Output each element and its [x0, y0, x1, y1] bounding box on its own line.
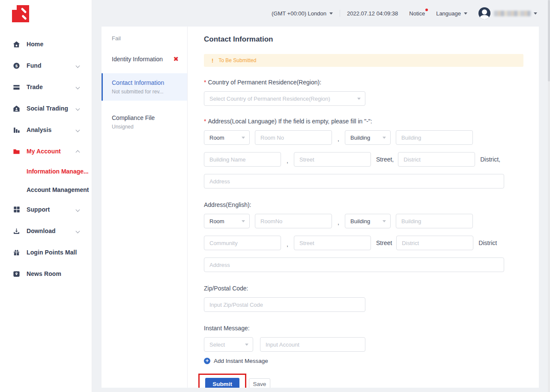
- submit-annotation-box: Submit: [198, 374, 246, 388]
- comma-separator: ,: [281, 241, 294, 250]
- sidebar-item-download[interactable]: Download: [0, 220, 92, 242]
- local-room-no-input[interactable]: [255, 130, 332, 145]
- caret-down-icon: [383, 220, 386, 222]
- local-building-name-input[interactable]: [204, 152, 281, 167]
- im-account-input[interactable]: [260, 337, 365, 352]
- status-banner: ! To Be Submitted: [204, 54, 523, 67]
- language-selector[interactable]: Language: [436, 10, 467, 17]
- download-icon: [13, 227, 20, 235]
- english-district-input[interactable]: [396, 236, 473, 250]
- add-instant-message-button[interactable]: + Add Instant Message: [204, 358, 523, 364]
- chevron-down-icon: [76, 63, 81, 68]
- sidebar-item-news-room[interactable]: News Room: [0, 263, 92, 284]
- address-local-label: *Address(Local Language) If the field is…: [204, 118, 523, 125]
- avatar: [478, 7, 490, 19]
- folder-icon: [13, 148, 20, 155]
- topbar-divider: [340, 10, 340, 17]
- chevron-down-icon: [76, 128, 81, 132]
- timezone-selector[interactable]: (GMT +00:00) London: [272, 10, 333, 17]
- caret-down-icon: [383, 137, 386, 139]
- sidebar-item-trade[interactable]: Trade: [0, 76, 92, 98]
- sidebar-item-my-account[interactable]: My Account: [0, 141, 92, 162]
- caret-down-icon: [534, 12, 537, 15]
- sidebar-item-login-points-mall[interactable]: Login Points Mall: [0, 242, 92, 263]
- verification-steps-nav: Fail Identity Information ✖ Contact Info…: [102, 27, 188, 388]
- english-address-input[interactable]: [204, 257, 504, 272]
- street-suffix-label: Street,: [376, 156, 394, 163]
- caret-down-icon: [242, 137, 245, 139]
- caret-down-icon: [464, 12, 467, 15]
- main-area: (GMT +00:00) London 2022.07.12 04:09:38 …: [92, 0, 550, 392]
- sidebar-item-account-management[interactable]: Account Management: [0, 180, 92, 199]
- notice-badge-dot: [425, 9, 428, 11]
- user-menu[interactable]: [478, 7, 537, 19]
- step-identity-information[interactable]: Identity Information ✖: [102, 49, 187, 69]
- address-english-label: Address(English):: [204, 201, 523, 208]
- verification-status: Fail: [102, 33, 187, 42]
- caret-down-icon: [329, 12, 333, 15]
- im-type-select[interactable]: Select: [204, 337, 253, 352]
- english-street-input[interactable]: [294, 236, 371, 250]
- datetime-display: 2022.07.12 04:09:38: [347, 10, 398, 17]
- sidebar-item-home[interactable]: Home: [0, 33, 92, 55]
- save-button[interactable]: Save: [249, 378, 270, 388]
- sidebar-item-analysis[interactable]: Analysis: [0, 119, 92, 141]
- english-building-input[interactable]: [396, 214, 473, 228]
- street-suffix-label: Street: [376, 239, 392, 246]
- fail-x-icon: ✖: [173, 55, 179, 63]
- chevron-down-icon: [76, 207, 81, 212]
- page-scrollbar[interactable]: [548, 0, 550, 392]
- country-label: *Country of Permanent Residence(Region):: [204, 79, 523, 86]
- local-building-select[interactable]: Building: [345, 130, 391, 145]
- warning-icon: !: [212, 57, 213, 64]
- caret-down-icon: [245, 344, 248, 346]
- page-title: Contact Information: [204, 35, 523, 44]
- sidebar-item-fund[interactable]: $ Fund: [0, 55, 92, 76]
- plus-circle-icon: +: [204, 358, 210, 364]
- english-room-no-input[interactable]: [255, 214, 332, 228]
- caret-down-icon: [242, 220, 245, 222]
- topbar: (GMT +00:00) London 2022.07.12 04:09:38 …: [92, 0, 550, 27]
- step-status-text: Not submitted for rev...: [112, 89, 181, 95]
- local-street-input[interactable]: [294, 152, 371, 167]
- zip-input[interactable]: [204, 297, 365, 312]
- submit-button[interactable]: Submit: [205, 378, 239, 388]
- content-card: Fail Identity Information ✖ Contact Info…: [102, 27, 539, 388]
- username-redacted: [494, 11, 531, 16]
- district-suffix-label: District,: [480, 156, 500, 163]
- zip-label: Zip/Postal Code:: [204, 285, 523, 292]
- comma-separator: ,: [281, 157, 294, 167]
- country-select[interactable]: Select Country of Permanent Residence(Re…: [204, 91, 365, 106]
- caret-down-icon: [357, 98, 361, 100]
- chevron-down-icon: [76, 106, 81, 111]
- svg-text:$: $: [15, 63, 18, 68]
- step-status-text: Unsigned: [112, 124, 181, 130]
- sidebar-item-information-management[interactable]: Information Manage...: [0, 162, 92, 180]
- local-room-select[interactable]: Room: [204, 130, 250, 145]
- dollar-circle-icon: $: [13, 62, 20, 69]
- gift-icon: [13, 249, 20, 256]
- local-address-input[interactable]: [204, 174, 504, 189]
- app-window: Home $ Fund Trade Social Tradi: [0, 0, 550, 392]
- local-district-input[interactable]: [398, 152, 475, 167]
- notice-button[interactable]: Notice: [409, 10, 425, 17]
- card-icon: [13, 84, 20, 91]
- sidebar-item-social-trading[interactable]: Social Trading: [0, 98, 92, 119]
- district-suffix-label: District: [478, 239, 497, 246]
- english-building-select[interactable]: Building: [345, 214, 391, 228]
- comma-separator: ,: [332, 135, 345, 145]
- comma-separator: ,: [332, 219, 345, 228]
- step-compliance-file[interactable]: Compliance File Unsigned: [102, 108, 187, 136]
- chevron-up-icon: [76, 149, 81, 153]
- home-icon: [13, 41, 20, 48]
- instant-message-label: Instant Message:: [204, 325, 523, 332]
- sidebar-item-support[interactable]: Support: [0, 199, 92, 220]
- grid-icon: [13, 206, 20, 213]
- english-room-select[interactable]: Room: [204, 214, 250, 228]
- local-building-input[interactable]: [396, 130, 473, 145]
- contact-information-form: Contact Information ! To Be Submitted *C…: [188, 27, 539, 388]
- brand-logo-icon[interactable]: [12, 5, 29, 22]
- english-community-input[interactable]: [204, 236, 281, 250]
- step-contact-information[interactable]: Contact Information Not submitted for re…: [102, 73, 187, 101]
- chevron-down-icon: [76, 229, 81, 233]
